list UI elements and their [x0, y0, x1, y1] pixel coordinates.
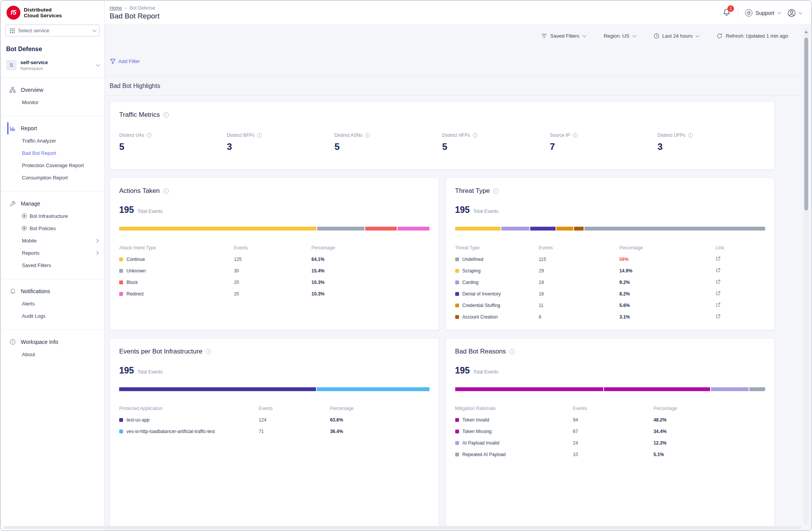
sidebar-item-consumption-report[interactable]: Consumption Report [1, 171, 104, 184]
support-menu[interactable]: Support [745, 9, 780, 17]
external-link-icon[interactable] [715, 268, 720, 273]
vertical-scrollbar[interactable] [804, 28, 809, 526]
info-icon[interactable] [573, 133, 577, 138]
scrollbar-thumb[interactable] [804, 38, 808, 211]
row-percentage: 14.9% [619, 268, 715, 274]
table-row: Scraping2914.9% [455, 265, 765, 277]
sidebar-item-protection-coverage-report[interactable]: Protection Coverage Report [1, 159, 104, 171]
row-label-cell: Denial of Inventory [455, 291, 539, 297]
row-events: 20 [234, 291, 311, 297]
row-percentage: 8.2% [619, 291, 715, 297]
row-percentage: 64.1% [311, 257, 429, 262]
sidebar-item-bot-infrastructure[interactable]: Bot Infrastructure [1, 210, 104, 222]
info-icon[interactable] [257, 133, 262, 138]
table-row: Denial of Inventory168.2% [455, 288, 765, 300]
table-row: Carding189.2% [455, 277, 765, 288]
product-title: Bot Defense [1, 42, 104, 57]
chevron-right-icon [95, 239, 99, 242]
row-events: 94 [573, 417, 654, 423]
row-events: 11 [539, 303, 619, 308]
refresh-button[interactable]: Refresh: Updated 1 min ago [717, 33, 788, 39]
metric-distinct-asns: Distinct ASNs 5 [334, 133, 442, 152]
legend-swatch-icon [119, 418, 123, 422]
sidebar-item-overview[interactable]: Overview [1, 84, 104, 96]
legend-swatch-icon [119, 292, 123, 296]
sidebar-item-mobile[interactable]: Mobile [1, 234, 104, 247]
user-icon [787, 8, 796, 18]
row-percentage: 5.1% [654, 452, 765, 457]
main-content: Saved Filters Region: US Last 24 hours R… [105, 25, 811, 530]
sidebar-item-saved-filters[interactable]: Saved Filters [1, 259, 104, 271]
account-menu[interactable] [787, 8, 801, 18]
wrench-icon [9, 201, 16, 207]
sidebar-item-about[interactable]: About [1, 348, 104, 360]
table-body: Continue12564.1%Unknown3015.4%Block2010.… [119, 254, 429, 300]
legend-swatch-icon [455, 453, 459, 456]
info-icon[interactable] [365, 133, 370, 138]
row-events: 124 [259, 417, 330, 423]
namespace-type-label: Namespace [20, 66, 48, 71]
external-link-icon[interactable] [715, 302, 720, 307]
row-events: 18 [539, 280, 619, 285]
sidebar-item-traffic-analyzer[interactable]: Traffic Analyzer [1, 134, 104, 147]
region-dropdown[interactable]: Region: US [604, 33, 635, 39]
sidebar-item-manage[interactable]: Manage [1, 197, 104, 210]
nav-item-label: Reports [22, 250, 40, 256]
external-link-icon[interactable] [715, 279, 720, 284]
sidebar-item-bad-bot-report[interactable]: Bad Bot Report [1, 147, 104, 159]
total-events-value: 195 [119, 205, 134, 215]
bar-segment [317, 387, 429, 391]
table-row: Credential Stuffing115.6% [455, 300, 765, 311]
header-actions: 1 Support [722, 1, 801, 25]
nav-item-label: Consumption Report [22, 175, 68, 181]
sidebar-item-alerts[interactable]: Alerts [1, 297, 104, 310]
info-icon[interactable] [473, 133, 478, 138]
total-events-label: Total Events [473, 369, 498, 375]
section-title: Bad Bot Highlights [105, 76, 811, 96]
f5-logo-icon: f5 [7, 6, 20, 20]
saved-filters-dropdown[interactable]: Saved Filters [541, 33, 585, 39]
namespace-selector[interactable]: S self-service Namespace [1, 57, 104, 78]
nav-group-workspace-info: Workspace Info About [1, 330, 104, 368]
total-events-value: 195 [119, 365, 134, 376]
sidebar-item-bot-policies[interactable]: Bot Policies [1, 222, 104, 234]
row-percentage: 9.2% [619, 280, 715, 285]
stacked-bar [119, 387, 429, 391]
sidebar-item-audit-logs[interactable]: Audit Logs [1, 310, 104, 322]
notifications-bell-button[interactable]: 1 [722, 8, 731, 18]
sidebar-item-report[interactable]: Report [1, 122, 104, 134]
add-filter-button[interactable]: Add Filter [110, 58, 140, 64]
breadcrumb-home-link[interactable]: Home [110, 5, 122, 11]
divider [738, 8, 738, 18]
metric-label: Distinct ASNs [334, 133, 363, 138]
info-icon[interactable] [493, 188, 499, 194]
bar-segment [119, 387, 316, 391]
namespace-avatar: S [6, 60, 17, 70]
legend-swatch-icon [455, 280, 459, 284]
scroll-up-arrow[interactable] [805, 31, 808, 33]
info-icon[interactable] [163, 112, 169, 118]
info-icon[interactable] [509, 349, 515, 354]
nav-item-label: Protection Coverage Report [22, 163, 84, 168]
sidebar-item-notifications[interactable]: Notifications [1, 285, 104, 297]
select-service-dropdown[interactable]: Select service [5, 25, 100, 37]
info-icon[interactable] [147, 133, 151, 138]
sidebar-item-monitor[interactable]: Monitor [1, 96, 104, 108]
row-label-cell: Continue [119, 257, 234, 262]
chevron-down-icon [582, 33, 586, 37]
info-icon[interactable] [163, 188, 169, 194]
row-label: Token Invalid [463, 417, 489, 423]
external-link-icon[interactable] [715, 314, 720, 319]
row-percentage: 59% [619, 257, 715, 262]
external-link-icon[interactable] [715, 291, 720, 296]
info-icon[interactable] [688, 133, 693, 138]
row-events: 71 [259, 429, 330, 434]
external-link-icon[interactable] [715, 256, 720, 261]
horizontal-scrollbar-track[interactable] [3, 526, 801, 529]
saved-filters-label: Saved Filters [550, 33, 579, 39]
time-range-dropdown[interactable]: Last 24 hours [654, 33, 699, 39]
sidebar-item-workspace-info[interactable]: Workspace Info [1, 336, 104, 348]
info-icon[interactable] [206, 349, 211, 354]
metric-value: 5 [442, 141, 550, 152]
sidebar-item-reports[interactable]: Reports [1, 247, 104, 259]
